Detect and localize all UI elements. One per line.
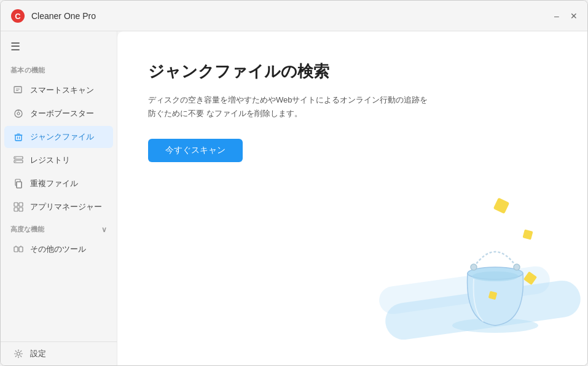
illustration [360,181,569,353]
svg-rect-21 [19,203,23,206]
yellow-square-1 [493,198,510,214]
sidebar-item-smart-scan[interactable]: スマートスキャン [4,79,113,101]
svg-point-15 [15,157,17,158]
svg-point-6 [17,112,20,115]
svg-point-16 [15,161,17,162]
yellow-square-3 [523,271,537,285]
other-tools-label: その他のツール [30,244,86,255]
app-manager-label: アプリマネージャー [30,201,102,212]
registry-label: レジストリ [30,155,70,166]
app-logo: C [10,9,25,23]
duplicate-icon [13,178,24,189]
svg-rect-25 [19,247,23,252]
sidebar-item-app-manager[interactable]: アプリマネージャー [4,196,113,218]
smart-scan-label: スマートスキャン [30,85,94,96]
svg-rect-22 [14,208,18,211]
sidebar: ☰ 基本の機能 スマートスキャン [1,31,117,365]
sidebar-item-other-tools[interactable]: その他のツール [4,238,113,260]
sidebar-item-duplicate-files[interactable]: 重複ファイル [4,173,113,195]
chevron-down-icon: ∨ [101,225,107,234]
smart-scan-icon [13,85,24,96]
junk-files-label: ジャンクファイル [30,131,94,142]
svg-point-29 [452,318,538,333]
content-area: ジャンクファイルの検索 ディスクの空き容量を増やすためやWebサイトによるオンラ… [117,31,587,365]
svg-point-28 [17,352,20,356]
svg-rect-8 [15,135,22,141]
svg-point-30 [468,267,523,279]
app-window: C Cleaner One Pro – ✕ ☰ 基本の機能 [0,0,588,366]
app-title: Cleaner One Pro [31,11,96,21]
turbo-booster-label: ターボブースター [30,108,94,119]
minimize-button[interactable]: – [553,12,560,20]
svg-rect-24 [14,247,18,252]
tools-icon [13,244,24,255]
duplicate-files-label: 重複ファイル [30,178,78,189]
svg-rect-2 [14,87,22,93]
advanced-section[interactable]: 高度な機能 ∨ [1,219,117,238]
titlebar: C Cleaner One Pro – ✕ [1,1,587,31]
turbo-icon [13,108,24,119]
svg-point-33 [514,264,520,270]
svg-rect-20 [14,203,18,206]
sidebar-item-settings[interactable]: 設定 [4,343,113,365]
bucket-illustration [434,212,557,347]
sidebar-item-registry[interactable]: レジストリ [4,149,113,171]
settings-label: 設定 [30,348,46,359]
close-button[interactable]: ✕ [570,12,578,20]
registry-icon [13,155,24,166]
main-layout: ☰ 基本の機能 スマートスキャン [1,31,587,365]
svg-rect-18 [17,182,22,188]
illustration-band-2 [377,265,552,316]
svg-point-32 [471,264,477,270]
settings-icon [13,348,24,359]
illustration-band-1 [383,278,582,342]
window-controls: – ✕ [553,12,578,20]
svg-rect-34 [488,291,498,300]
svg-rect-23 [19,208,23,211]
sidebar-item-turbo-booster[interactable]: ターボブースター [4,103,113,125]
junk-icon [13,131,24,142]
content-description: ディスクの空き容量を増やすためやWebサイトによるオンライン行動の追跡を防ぐため… [148,93,431,120]
svg-point-31 [472,271,519,281]
page-title: ジャンクファイルの検索 [148,61,557,82]
app-manager-icon [13,201,24,212]
yellow-square-2 [522,229,533,239]
hamburger-menu[interactable]: ☰ [1,31,117,60]
sidebar-bottom: 設定 [1,341,117,365]
svg-text:C: C [15,12,21,21]
advanced-section-label: 高度な機能 [10,225,44,234]
scan-now-button[interactable]: 今すぐスキャン [148,139,243,162]
basic-section-label: 基本の機能 [1,60,117,79]
sidebar-item-junk-files[interactable]: ジャンクファイル [4,126,113,148]
